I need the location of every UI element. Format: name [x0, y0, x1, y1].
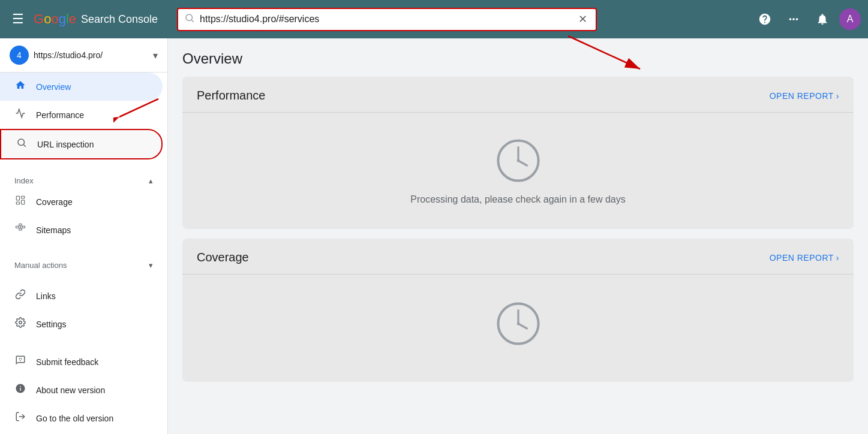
svg-rect-10 [22, 200, 25, 204]
chevron-right-icon: › [836, 91, 839, 101]
apps-button[interactable] [782, 7, 806, 31]
sidebar: 4 https://studio4.pro/ ▾ Overview Perfor… [0, 38, 168, 434]
sidebar-item-url-inspection[interactable]: URL inspection [0, 129, 163, 159]
top-header: ☰ Google Search Console ✕ [0, 0, 868, 38]
clock-icon [494, 137, 542, 185]
performance-open-report-link[interactable]: OPEN REPORT › [770, 91, 839, 101]
sidebar-item-sitemaps-label: Sitemaps [36, 225, 71, 235]
chevron-down-icon: ▾ [153, 50, 158, 61]
performance-card-title: Performance [197, 89, 266, 103]
svg-line-23 [518, 161, 527, 165]
chevron-right-icon-2: › [836, 253, 839, 263]
chevron-down-icon: ▾ [149, 261, 153, 270]
sidebar-item-links[interactable]: Links [0, 282, 167, 310]
settings-icon [14, 317, 26, 331]
hamburger-button[interactable]: ☰ [7, 7, 29, 32]
svg-rect-12 [16, 226, 19, 228]
svg-point-0 [186, 14, 193, 21]
exit-icon [14, 411, 26, 425]
svg-line-27 [518, 324, 527, 328]
coverage-icon [14, 195, 26, 209]
page-title: Overview [182, 50, 854, 67]
svg-rect-15 [22, 226, 25, 228]
sidebar-item-url-inspection-label: URL inspection [37, 140, 94, 149]
performance-card: Performance OPEN REPORT › Processing dat… [182, 77, 854, 229]
performance-nav-wrapper: Performance [0, 101, 167, 129]
index-section-header[interactable]: Index ▴ [0, 169, 167, 188]
coverage-card-body [182, 274, 854, 382]
svg-rect-11 [16, 202, 19, 204]
sidebar-item-about-new-version-label: About new version [36, 385, 105, 395]
performance-open-report-label: OPEN REPORT [770, 91, 834, 101]
svg-rect-8 [16, 196, 19, 200]
sidebar-item-settings-label: Settings [36, 320, 67, 329]
coverage-card-header: Coverage OPEN REPORT › [182, 239, 854, 274]
main-content: Overview Performance OPEN REPORT › [168, 38, 868, 434]
sitemaps-icon [14, 223, 26, 237]
sidebar-item-submit-feedback[interactable]: Submit feedback [0, 348, 167, 376]
manual-actions-label: Manual actions [14, 261, 67, 270]
svg-line-7 [23, 144, 25, 146]
logo-product-name: Search Console [81, 13, 158, 26]
svg-rect-13 [19, 224, 22, 226]
performance-icon [14, 108, 26, 122]
sidebar-item-submit-feedback-label: Submit feedback [36, 357, 98, 367]
sidebar-item-about-new-version[interactable]: About new version [0, 376, 167, 404]
help-button[interactable] [753, 7, 777, 31]
info-icon [14, 383, 26, 397]
performance-card-body: Processing data, please check again in a… [182, 112, 854, 229]
chevron-up-icon: ▴ [149, 176, 153, 185]
coverage-open-report-label: OPEN REPORT [770, 253, 834, 263]
svg-rect-14 [19, 228, 22, 230]
clear-search-button[interactable]: ✕ [576, 13, 590, 26]
cards-area: Performance OPEN REPORT › Processing dat… [168, 77, 868, 406]
sidebar-item-old-version-label: Go to the old version [36, 414, 113, 423]
svg-rect-9 [22, 196, 25, 198]
coverage-card-title: Coverage [197, 251, 249, 264]
property-url: https://studio4.pro/ [34, 50, 148, 60]
search-icon [184, 13, 195, 26]
coverage-open-report-link[interactable]: OPEN REPORT › [770, 253, 839, 263]
logo-google: Google [34, 11, 76, 27]
logo-area: Google Search Console [34, 11, 158, 27]
manual-actions-section-header[interactable]: Manual actions ▾ [0, 254, 167, 272]
property-selector[interactable]: 4 https://studio4.pro/ ▾ [0, 38, 167, 73]
sidebar-item-settings[interactable]: Settings [0, 310, 167, 338]
feedback-icon [14, 355, 26, 369]
url-search-input[interactable] [200, 14, 571, 25]
sidebar-item-links-label: Links [36, 291, 56, 301]
sidebar-item-overview-label: Overview [36, 82, 71, 92]
home-icon [14, 80, 26, 94]
sidebar-item-coverage[interactable]: Coverage [0, 188, 167, 216]
performance-card-message: Processing data, please check again in a… [410, 194, 625, 205]
header-actions: A [753, 7, 861, 31]
url-search-bar[interactable]: ✕ [177, 8, 597, 31]
notifications-button[interactable] [810, 7, 834, 31]
page-header: Overview [168, 38, 868, 77]
sidebar-item-overview[interactable]: Overview [0, 73, 163, 101]
performance-card-header: Performance OPEN REPORT › [182, 77, 854, 112]
svg-point-28 [516, 322, 519, 325]
coverage-card: Coverage OPEN REPORT › [182, 239, 854, 382]
search-icon [16, 137, 28, 151]
avatar[interactable]: A [839, 8, 861, 30]
sidebar-item-sitemaps[interactable]: Sitemaps [0, 216, 167, 244]
links-icon [14, 289, 26, 303]
svg-point-6 [18, 139, 25, 146]
property-number: 4 [10, 46, 29, 65]
sidebar-item-performance-label: Performance [36, 110, 84, 120]
sidebar-item-performance[interactable]: Performance [0, 101, 167, 129]
svg-point-19 [19, 321, 22, 324]
sidebar-item-old-version[interactable]: Go to the old version [0, 404, 167, 432]
index-section-label: Index [14, 176, 34, 185]
svg-point-24 [516, 159, 519, 162]
clock-icon-2 [494, 300, 542, 348]
body-layout: 4 https://studio4.pro/ ▾ Overview Perfor… [0, 38, 868, 434]
sidebar-item-coverage-label: Coverage [36, 197, 73, 207]
svg-line-1 [192, 20, 194, 22]
